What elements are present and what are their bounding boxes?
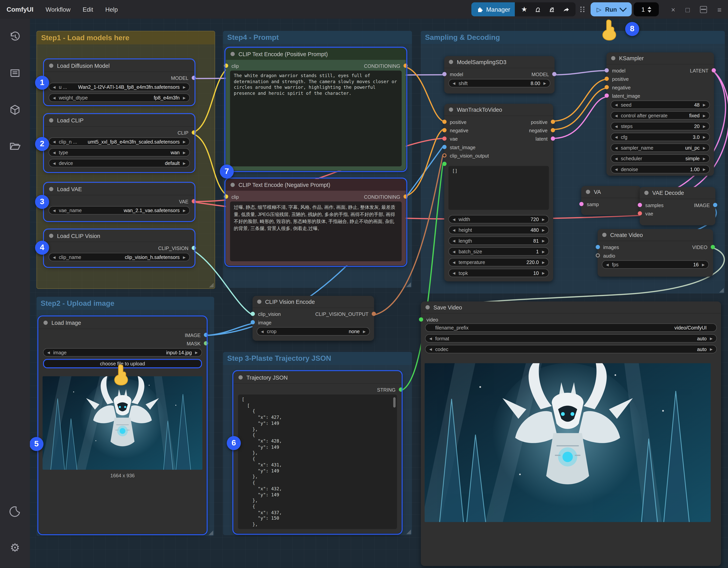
decrement-icon[interactable]: ◀ <box>53 150 56 155</box>
node-header[interactable]: CLIP Text Encode (Positive Prompt) <box>226 48 406 60</box>
menu-edit[interactable]: Edit <box>83 6 93 13</box>
menu-workflow[interactable]: Workflow <box>46 6 71 13</box>
widget-vae-name[interactable]: ◀vae_namewan_2.1_vae.safetensors▶ <box>49 206 190 215</box>
port-start_image[interactable]: start_image <box>442 144 489 150</box>
decrement-icon[interactable]: ◀ <box>53 140 56 144</box>
port-positive[interactable]: positive <box>605 76 640 82</box>
widget-format[interactable]: ◀formatauto▶ <box>425 334 717 342</box>
port-dot[interactable] <box>403 64 408 68</box>
node-header[interactable]: Load Diffusion Model <box>45 60 194 72</box>
node-header[interactable]: VA <box>581 186 641 198</box>
port-dot[interactable] <box>251 312 255 316</box>
step-down-icon[interactable] <box>648 10 651 12</box>
decrement-icon[interactable]: ◀ <box>615 156 618 161</box>
decrement-icon[interactable]: ◀ <box>615 135 618 139</box>
decrement-icon[interactable]: ◀ <box>453 217 455 222</box>
port-conditioning[interactable]: CONDITIONING <box>364 194 408 200</box>
group-sampling-title[interactable]: Sampling & Decoding <box>421 31 725 44</box>
interrupt-button[interactable]: × <box>671 5 675 13</box>
decrement-icon[interactable]: ◀ <box>429 347 432 351</box>
increment-icon[interactable]: ▶ <box>710 347 713 351</box>
increment-icon[interactable]: ▶ <box>710 336 713 340</box>
menu-help[interactable]: Help <box>105 6 118 13</box>
collapse-dot-icon[interactable] <box>611 56 615 60</box>
port-clip_vision_output[interactable]: clip_vision_output <box>442 152 489 158</box>
collapse-dot-icon[interactable] <box>257 299 261 304</box>
increment-icon[interactable]: ▶ <box>183 150 186 155</box>
port-vae[interactable]: vae <box>442 136 489 142</box>
port-dot[interactable] <box>551 120 555 124</box>
node-header[interactable]: Save Video <box>421 301 721 314</box>
increment-icon[interactable]: ▶ <box>543 81 546 85</box>
port-mask[interactable]: MASK <box>187 340 208 346</box>
port-audio[interactable]: audio <box>596 252 619 259</box>
port-negative[interactable]: negative <box>442 127 489 133</box>
decrement-icon[interactable]: ◀ <box>53 208 56 213</box>
port-dot[interactable] <box>442 145 447 149</box>
increment-icon[interactable]: ▶ <box>542 239 545 243</box>
node-wan-track-to-video[interactable]: WanTrackToVideo positivenegativevaestart… <box>444 104 553 281</box>
manager-button[interactable]: Manager <box>471 2 515 16</box>
port-dot[interactable] <box>403 195 408 199</box>
port-samples[interactable]: samples <box>638 202 664 208</box>
port-dot[interactable] <box>551 128 555 132</box>
collapse-dot-icon[interactable] <box>230 183 235 187</box>
collapse-dot-icon[interactable] <box>49 64 53 68</box>
node-save-video[interactable]: Save Video video ◀filename_prefixvideo/C… <box>421 301 721 566</box>
node-library-icon[interactable] <box>8 66 22 80</box>
port-dot[interactable] <box>372 312 376 316</box>
port-dot[interactable] <box>204 333 208 337</box>
bottom-panel-toggle-button[interactable] <box>700 5 707 13</box>
widget-steps[interactable]: ◀steps20▶ <box>611 122 710 130</box>
widget-clip-name[interactable]: ◀clip_nameclip_vision_h.safetensors▶ <box>49 253 190 261</box>
port-video[interactable]: video <box>419 316 438 322</box>
drag-handle-icon[interactable] <box>580 7 585 12</box>
collapse-dot-icon[interactable] <box>425 305 430 309</box>
increment-icon[interactable]: ▶ <box>195 350 198 354</box>
port-model[interactable]: model <box>442 71 463 77</box>
port-dot[interactable] <box>551 137 555 141</box>
port-dot[interactable] <box>638 203 642 207</box>
decrement-icon[interactable]: ◀ <box>615 124 618 128</box>
port-image[interactable]: image <box>251 319 281 325</box>
widget-image[interactable]: ◀imageinput-14.jpg▶ <box>43 348 202 356</box>
node-ksampler[interactable]: KSampler modelpositivenegativelatent_ima… <box>607 52 714 176</box>
port-dot[interactable] <box>192 199 196 204</box>
collapse-dot-icon[interactable] <box>49 118 53 123</box>
decrement-icon[interactable]: ◀ <box>453 250 455 254</box>
widget-topk[interactable]: ◀topk10▶ <box>448 269 549 277</box>
port-dot[interactable] <box>419 317 423 322</box>
node-header[interactable]: Load VAE <box>45 183 194 196</box>
clear-queue-button[interactable]: □ <box>686 5 690 13</box>
settings-gear-icon[interactable]: ⚙ <box>8 541 22 555</box>
collapse-dot-icon[interactable] <box>449 60 453 64</box>
increment-icon[interactable]: ▶ <box>703 146 706 150</box>
increment-icon[interactable]: ▶ <box>703 156 706 161</box>
port-vae[interactable]: VAE <box>179 198 196 204</box>
port-dot[interactable] <box>442 137 447 141</box>
port-clip[interactable]: clip <box>224 63 239 69</box>
node-create-video[interactable]: Create Video imagesaudioVIDEO ◀fps16▶ <box>598 229 713 277</box>
toggle-icon-1[interactable] <box>534 6 542 13</box>
port-string[interactable]: STRING <box>377 386 403 392</box>
node-trajectory-json[interactable]: Trajectory JSON STRING [ [ { "x": 427, "… <box>234 371 401 533</box>
widget-temperature[interactable]: ◀temperature220.0▶ <box>448 258 549 266</box>
port-latent_image[interactable]: latent_image <box>605 93 640 99</box>
negative-prompt-textarea[interactable]: 过曝, 静态, 细节模糊不清, 字幕, 风格, 作品, 画作, 画面, 静止, … <box>230 202 402 261</box>
decrement-icon[interactable]: ◀ <box>615 113 618 118</box>
node-load-image[interactable]: Load Image IMAGEMASK ◀imageinput-14.jpg▶… <box>39 317 206 534</box>
increment-icon[interactable]: ▶ <box>703 124 706 128</box>
port-video[interactable]: VIDEO <box>692 244 715 250</box>
increment-icon[interactable]: ▶ <box>363 329 366 333</box>
queue-count[interactable]: 1 <box>634 2 659 16</box>
port-dot[interactable] <box>605 93 609 98</box>
widget-shift[interactable]: ◀shift8.00▶ <box>448 79 550 87</box>
port-negative[interactable]: negative <box>605 84 640 90</box>
widget-type[interactable]: ◀typewan▶ <box>49 148 190 157</box>
canvas[interactable]: Step1 - Load models here Step4 - Prompt … <box>0 0 728 568</box>
widget-width[interactable]: ◀width720▶ <box>448 215 549 224</box>
node-header[interactable]: ModelSamplingSD3 <box>444 56 555 68</box>
widget-batch-size[interactable]: ◀batch_size1▶ <box>448 247 549 256</box>
run-button[interactable]: ▷ Run <box>591 2 632 16</box>
port-conditioning[interactable]: CONDITIONING <box>364 63 408 69</box>
